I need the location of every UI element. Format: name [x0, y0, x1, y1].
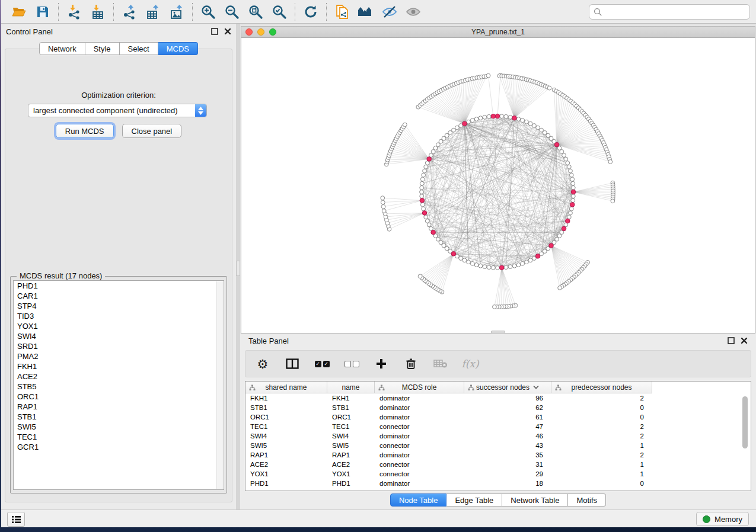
tab-network[interactable]: Network	[39, 42, 85, 55]
search-container	[589, 4, 750, 20]
hide-selected-button[interactable]	[378, 2, 401, 22]
table-scrollbar-thumb[interactable]	[742, 396, 748, 448]
export-image-button[interactable]	[165, 2, 189, 22]
mcds-result-item[interactable]: PMA2	[14, 351, 224, 361]
mcds-result-item[interactable]: FKH1	[14, 361, 224, 371]
mcds-result-item[interactable]: TEC1	[14, 432, 224, 442]
table-row[interactable]: SWI4SWI4dominator462	[245, 431, 751, 441]
close-panel-button[interactable]: Close panel	[122, 124, 182, 138]
cell-predecessor-nodes: 2	[551, 451, 652, 459]
select-all-button[interactable]: ✓✓	[313, 354, 331, 373]
vertical-splitter[interactable]	[236, 24, 240, 509]
show-columns-button[interactable]	[283, 354, 301, 373]
tab-style[interactable]: Style	[85, 42, 120, 55]
cell-shared-name: PHD1	[245, 480, 327, 487]
mcds-result-item[interactable]: YOX1	[14, 321, 224, 331]
apply-layout-button[interactable]	[299, 2, 323, 22]
save-session-button[interactable]	[31, 2, 55, 22]
add-column-button[interactable]	[372, 354, 390, 373]
show-all-button[interactable]	[401, 2, 425, 22]
mcds-result-item[interactable]: ORC1	[14, 392, 224, 402]
mcds-result-item[interactable]: STB1	[14, 412, 224, 422]
function-builder-button[interactable]: f(x)	[461, 354, 479, 373]
new-network-from-selection-button[interactable]	[330, 2, 354, 22]
show-panels-button[interactable]	[7, 512, 25, 527]
cell-MCDS-role: dominator	[375, 395, 464, 402]
tab-edge-table[interactable]: Edge Table	[446, 493, 502, 507]
toolbar-separator	[192, 3, 193, 21]
first-neighbors-icon	[357, 5, 375, 19]
mcds-result-item[interactable]: CAR1	[14, 291, 224, 301]
optimization-criterion-dropdown[interactable]: largest connected component (undirected)	[28, 104, 207, 117]
table-panel-title: Table Panel	[248, 336, 289, 345]
cell-predecessor-nodes: 2	[551, 432, 652, 440]
mcds-result-item[interactable]: SWI4	[14, 331, 224, 341]
mcds-result-item[interactable]: GCR1	[14, 442, 224, 452]
splitter-grip[interactable]	[236, 261, 240, 276]
delete-table-icon	[433, 359, 448, 368]
mcds-list-scrollbar[interactable]	[216, 281, 223, 489]
tab-mcds[interactable]: MCDS	[158, 42, 198, 55]
cell-name: RAP1	[327, 451, 375, 459]
tab-network-table[interactable]: Network Table	[502, 493, 568, 507]
open-session-button[interactable]	[7, 2, 31, 22]
mcds-result-item[interactable]: TID3	[14, 311, 224, 321]
table-row[interactable]: YOX1YOX1connector291	[245, 469, 751, 479]
table-row[interactable]: PHD1PHD1dominator180	[245, 479, 751, 488]
table-row[interactable]: STB1STB1dominator620	[245, 403, 751, 412]
mcds-result-item[interactable]: SRD1	[14, 341, 224, 351]
toolbar-separator	[326, 3, 327, 21]
tab-select[interactable]: Select	[120, 42, 158, 55]
table-row[interactable]: ACE2ACE2connector311	[245, 460, 751, 469]
table-row[interactable]: ORC1ORC1dominator610	[245, 412, 751, 422]
table-row[interactable]: SWI5SWI5connector431	[245, 441, 751, 450]
column-header-MCDS-role[interactable]: MCDS role	[375, 382, 464, 393]
table-row[interactable]: TEC1TEC1connector472	[245, 422, 751, 431]
horizontal-splitter[interactable]	[491, 331, 505, 334]
deselect-all-button[interactable]	[343, 354, 361, 373]
mcds-result-item[interactable]: SWI5	[14, 422, 224, 432]
main-toolbar	[1, 0, 756, 24]
zoom-fit-button[interactable]	[244, 2, 267, 22]
column-header-predecessor-nodes[interactable]: predecessor nodes	[551, 382, 652, 393]
search-input[interactable]	[589, 4, 750, 20]
tab-motifs[interactable]: Motifs	[568, 493, 606, 507]
table-row[interactable]: RAP1RAP1dominator352	[245, 450, 751, 460]
tab-node-table[interactable]: Node Table	[390, 493, 447, 507]
import-table-button[interactable]	[86, 2, 110, 22]
first-neighbors-button[interactable]	[354, 2, 378, 22]
delete-column-button[interactable]	[402, 354, 420, 373]
close-panel-icon[interactable]	[224, 28, 231, 35]
cell-shared-name: ACE2	[245, 461, 327, 468]
column-header-name[interactable]: name	[327, 382, 375, 393]
import-network-button[interactable]	[62, 2, 86, 22]
delete-table-button[interactable]	[432, 354, 449, 373]
column-namespace-icon	[555, 384, 562, 391]
table-row[interactable]: FKH1FKH1dominator962	[245, 393, 751, 403]
zoom-out-button[interactable]	[220, 2, 244, 22]
mcds-result-item[interactable]: ACE2	[14, 371, 224, 382]
close-panel-icon[interactable]	[741, 337, 748, 344]
network-canvas[interactable]	[241, 38, 755, 333]
zoom-in-button[interactable]	[196, 2, 220, 22]
mcds-result-item[interactable]: STB5	[14, 382, 224, 392]
export-network-button[interactable]	[117, 2, 141, 22]
float-panel-icon[interactable]	[211, 28, 218, 35]
cell-name: ACE2	[327, 461, 375, 468]
node-table: shared namenameMCDS rolesuccessor nodesp…	[245, 381, 751, 491]
run-mcds-button[interactable]: Run MCDS	[56, 124, 114, 138]
mcds-result-item[interactable]: STP4	[14, 301, 224, 311]
cell-predecessor-nodes: 2	[551, 423, 652, 430]
column-header-shared-name[interactable]: shared name	[245, 382, 327, 393]
memory-button[interactable]: Memory	[696, 512, 749, 526]
mcds-result-item[interactable]: RAP1	[14, 402, 224, 412]
import-table-icon	[90, 4, 106, 20]
mcds-result-list[interactable]: PHD1CAR1STP4TID3YOX1SWI4SRD1PMA2FKH1ACE2…	[13, 280, 224, 490]
float-panel-icon[interactable]	[728, 337, 735, 344]
mcds-result-item[interactable]: PHD1	[14, 281, 224, 291]
table-settings-button[interactable]: ⚙	[254, 354, 272, 373]
export-table-button[interactable]	[141, 2, 165, 22]
column-namespace-icon	[378, 384, 385, 391]
zoom-selected-button[interactable]	[267, 2, 291, 22]
column-header-successor-nodes[interactable]: successor nodes	[464, 382, 551, 393]
